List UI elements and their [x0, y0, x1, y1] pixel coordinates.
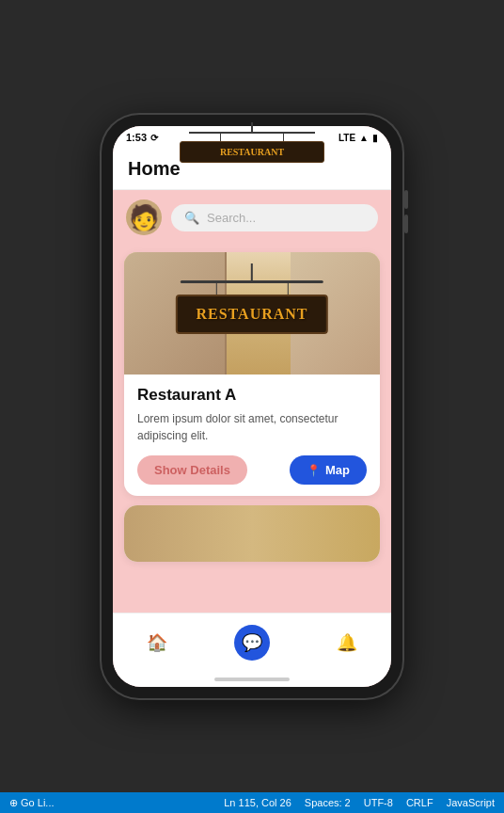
volume-up-button[interactable] — [404, 190, 408, 209]
map-button-label: Map — [325, 463, 350, 477]
bell-icon-wrap: 🔔 — [337, 632, 357, 653]
card-actions: Show Details 📍 Map — [137, 455, 367, 485]
chat-icon: 💬 — [242, 633, 262, 652]
statusbar-language: JavaScript — [447, 797, 495, 808]
nav-notifications[interactable]: 🔔 — [318, 629, 376, 657]
home-indicator — [113, 674, 391, 687]
statusbar-spaces: Spaces: 2 — [305, 797, 351, 808]
status-sync-icon: ⟳ — [150, 133, 158, 143]
sign-text: RESTAURANT — [193, 306, 311, 323]
restaurant-card-2-preview[interactable]: RESTAURANT — [124, 505, 380, 562]
restaurant-sign: RESTAURANT — [163, 263, 341, 334]
card-image: RESTAURANT — [124, 252, 380, 375]
home-icon: 🏠 — [147, 633, 167, 652]
nav-chat[interactable]: 💬 — [215, 621, 289, 664]
home-bar — [214, 678, 290, 681]
signal-icon: ▲ — [359, 133, 369, 143]
side-buttons — [404, 190, 408, 233]
bell-icon: 🔔 — [337, 633, 357, 652]
card-description: Lorem ipsum dolor sit amet, consectetur … — [137, 410, 367, 444]
statusbar-right: Ln 115, Col 26 Spaces: 2 UTF-8 CRLF Java… — [224, 797, 495, 808]
battery-icon: ▮ — [372, 133, 378, 143]
search-placeholder: Search... — [207, 211, 256, 225]
nav-home[interactable]: 🏠 — [128, 629, 186, 657]
bottom-navigation: 🏠 💬 🔔 — [113, 613, 391, 674]
preview-image: RESTAURANT — [124, 505, 380, 562]
card-title: Restaurant A — [137, 386, 367, 405]
home-icon-wrap: 🏠 — [147, 632, 167, 653]
restaurant-card-1: RESTAURANT Restaurant A Lorem ipsum dolo… — [124, 252, 380, 496]
search-box[interactable]: 🔍 Search... — [171, 204, 378, 231]
show-details-button[interactable]: Show Details — [137, 455, 247, 485]
statusbar-branch: ⊕ Go Li... — [9, 797, 55, 809]
statusbar-encoding: UTF-8 — [364, 797, 393, 808]
map-button[interactable]: 📍 Map — [290, 455, 367, 485]
volume-down-button[interactable] — [404, 215, 408, 233]
map-pin-icon: 📍 — [307, 464, 321, 477]
content-area: RESTAURANT Restaurant A Lorem ipsum dolo… — [113, 245, 391, 613]
phone-device: 1:53 ⟳ LTE ▲ ▮ Home 🧑 🔍 Search... — [102, 115, 402, 698]
statusbar-eol: CRLF — [406, 797, 433, 808]
card-body: Restaurant A Lorem ipsum dolor sit amet,… — [124, 375, 380, 496]
search-icon: 🔍 — [184, 211, 199, 225]
statusbar-ln-col: Ln 115, Col 26 — [224, 797, 291, 808]
search-row: 🧑 🔍 Search... — [113, 190, 391, 245]
vscode-status-bar: ⊕ Go Li... Ln 115, Col 26 Spaces: 2 UTF-… — [0, 792, 504, 813]
status-time: 1:53 — [126, 132, 147, 143]
chat-icon-wrap: 💬 — [234, 625, 270, 661]
avatar[interactable]: 🧑 — [126, 199, 162, 235]
phone-screen: 1:53 ⟳ LTE ▲ ▮ Home 🧑 🔍 Search... — [113, 126, 391, 687]
statusbar-left: ⊕ Go Li... — [9, 797, 55, 809]
